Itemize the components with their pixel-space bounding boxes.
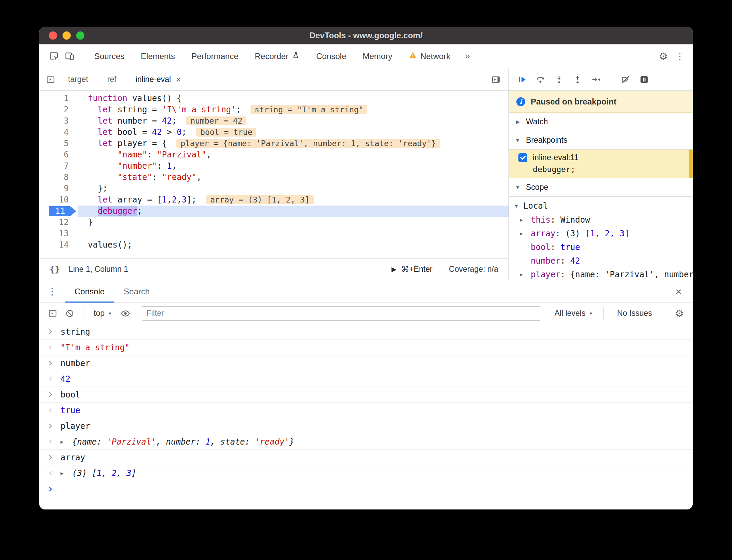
line-number[interactable]: 9 <box>39 183 78 194</box>
scope-group[interactable]: ▼Local <box>509 199 693 213</box>
code-text[interactable]: "number": 1, <box>78 160 509 172</box>
code-text[interactable]: let string = 'I\'m a string';string = "I… <box>78 104 509 115</box>
log-levels-dropdown[interactable]: All levels ▾ <box>549 309 597 318</box>
line-number[interactable]: 14 <box>39 239 78 251</box>
code-text[interactable]: let player = {player = {name: 'Parzival'… <box>78 138 509 149</box>
code-text[interactable]: debugger; <box>78 206 509 217</box>
console-input-chevron-icon <box>48 454 60 460</box>
clear-console-button[interactable] <box>62 306 78 321</box>
kebab-icon: ⋮ <box>671 51 689 62</box>
filter-input[interactable] <box>141 306 542 321</box>
expand-triangle-icon[interactable]: ▶ <box>60 439 72 445</box>
debugger-sidebar-toggle-button[interactable] <box>488 72 504 87</box>
tab-sources[interactable]: Sources <box>86 44 133 68</box>
tab-elements[interactable]: Elements <box>133 44 183 68</box>
code-text[interactable]: "name": "Parzival", <box>78 149 509 160</box>
line-number[interactable]: 4 <box>39 127 78 138</box>
code-token: 'Parzival' <box>107 437 156 447</box>
line-number[interactable]: 11 <box>39 206 78 217</box>
live-expression-button[interactable] <box>118 306 133 321</box>
code-text[interactable]: "state": "ready", <box>78 172 509 183</box>
code-text[interactable]: }; <box>78 183 509 194</box>
code-token <box>88 139 98 148</box>
line-number[interactable]: 8 <box>39 172 78 183</box>
line-number[interactable]: 1 <box>39 93 78 104</box>
code-token <box>88 195 98 205</box>
console-prompt-row[interactable] <box>39 481 693 497</box>
scope-variable[interactable]: bool: true <box>509 240 693 254</box>
line-number[interactable]: 3 <box>39 115 78 127</box>
line-number[interactable]: 5 <box>39 138 78 149</box>
breakpoints-section-header[interactable]: ▼ Breakpoints <box>509 131 693 150</box>
line-number[interactable]: 6 <box>39 149 78 160</box>
zoom-button[interactable] <box>76 31 84 40</box>
scope-variable[interactable]: ▶player: {name: 'Parzival', number: 1, s… <box>509 268 693 280</box>
expand-triangle-icon[interactable]: ▶ <box>60 470 72 476</box>
tab-network[interactable]: Network <box>401 44 459 68</box>
tab-performance[interactable]: Performance <box>183 44 246 68</box>
code-text[interactable]: function values() { <box>78 93 509 104</box>
close-tab-icon[interactable]: × <box>176 75 181 84</box>
code-editor[interactable]: 1function values() {2 let string = 'I\'m… <box>39 91 509 258</box>
scope-section-header[interactable]: ▼ Scope <box>509 178 693 197</box>
resume-button[interactable] <box>514 72 530 87</box>
console-sidebar-toggle-button[interactable] <box>45 306 60 321</box>
device-toolbar-button[interactable] <box>62 48 78 64</box>
settings-button[interactable]: ⚙ <box>655 48 671 64</box>
step-out-button[interactable] <box>570 72 585 87</box>
code-text[interactable]: let array = [1,2,3];array = (3) [1, 2, 3… <box>78 194 509 206</box>
drawer-menu-kebab-icon[interactable]: ⋮ <box>39 286 65 297</box>
code-token: , <box>117 468 126 478</box>
code-token <box>88 206 98 216</box>
code-text[interactable] <box>78 228 509 239</box>
tab-memory[interactable]: Memory <box>354 44 401 68</box>
window-title: DevTools - www.google.com/ <box>39 31 693 40</box>
expand-triangle-icon[interactable]: ▶ <box>520 271 531 278</box>
file-tab-target[interactable]: target <box>58 68 98 90</box>
console-result-arrow-icon <box>48 345 60 350</box>
code-text[interactable]: values(); <box>78 239 509 251</box>
format-braces-icon[interactable]: {} <box>50 264 60 274</box>
separator <box>651 50 651 62</box>
navigator-toggle-button[interactable] <box>43 72 58 87</box>
code-text[interactable]: } <box>78 217 509 228</box>
console-message-text: bool <box>60 390 80 400</box>
console-input-row: player <box>39 418 693 434</box>
line-number[interactable]: 13 <box>39 228 78 239</box>
line-number[interactable]: 2 <box>39 104 78 115</box>
watch-section-header[interactable]: ▶ Watch <box>509 113 693 131</box>
step-into-button[interactable] <box>551 72 567 87</box>
more-tabs-icon[interactable]: » <box>459 51 476 61</box>
close-drawer-icon[interactable]: × <box>675 286 693 297</box>
expand-triangle-icon[interactable]: ▶ <box>520 217 531 223</box>
context-selector[interactable]: top ▾ <box>89 309 116 318</box>
file-tab-inline-eval[interactable]: inline-eval× <box>126 68 191 90</box>
tab-console[interactable]: Console <box>308 44 354 68</box>
scope-variable[interactable]: number: 42 <box>509 254 693 268</box>
tab-recorder[interactable]: Recorder <box>246 44 308 68</box>
line-number[interactable]: 7 <box>39 160 78 172</box>
main-menu-button[interactable]: ⋮ <box>671 48 689 64</box>
breakpoint-marker <box>689 150 693 178</box>
breakpoint-checkbox[interactable] <box>518 153 527 162</box>
line-number[interactable]: 10 <box>39 194 78 206</box>
issues-counter[interactable]: No Issues <box>609 309 660 318</box>
drawer-tab-search[interactable]: Search <box>114 280 159 303</box>
scope-variable[interactable]: ▶array: (3) [1, 2, 3] <box>509 227 693 240</box>
expand-triangle-icon[interactable]: ▶ <box>520 230 531 237</box>
console-settings-button[interactable]: ⚙ <box>672 306 687 321</box>
step-button[interactable] <box>588 72 604 87</box>
file-tab-ref[interactable]: ref <box>98 68 126 90</box>
breakpoint-entry[interactable]: inline-eval:11 debugger; <box>509 150 693 178</box>
code-text[interactable]: let bool = 42 > 0;bool = true <box>78 127 509 138</box>
drawer-tab-console[interactable]: Console <box>65 280 114 303</box>
pause-on-exceptions-button[interactable] <box>636 72 652 87</box>
inspect-element-button[interactable] <box>46 48 62 64</box>
scope-variable[interactable]: ▶this: Window <box>509 213 693 227</box>
code-text[interactable]: let number = 42;number = 42 <box>78 115 509 127</box>
close-button[interactable] <box>49 31 57 40</box>
deactivate-breakpoints-button[interactable] <box>618 72 634 87</box>
step-over-button[interactable] <box>533 72 548 87</box>
minimize-button[interactable] <box>63 31 71 40</box>
line-number[interactable]: 12 <box>39 217 78 228</box>
